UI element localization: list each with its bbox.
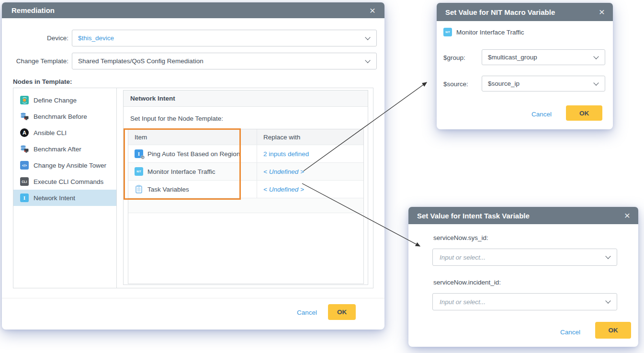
screen: Remediation × Device: $this_device Chang… — [0, 0, 644, 353]
chevron-down-icon — [605, 298, 610, 303]
node-label: Change by Ansible Tower — [34, 162, 106, 169]
nit-node-label: Monitor Interface Traffic — [456, 29, 524, 36]
device-select[interactable]: $this_device — [72, 30, 377, 46]
nit-icon: NIT — [443, 28, 452, 36]
cancel-button[interactable]: Cancel — [560, 329, 580, 336]
nit-node-row: NIT Monitor Interface Traffic — [443, 28, 524, 36]
panel-title: Network Intent — [130, 95, 175, 102]
node-label: Execute CLI Commands — [34, 178, 103, 185]
chevron-down-icon — [365, 34, 370, 40]
node-list: Define Change Benchmark Before — [13, 88, 117, 288]
nodes-in-template-label: Nodes in Template: — [13, 78, 72, 86]
cancel-button[interactable]: Cancel — [297, 309, 317, 316]
source-select[interactable]: $source_ip — [482, 76, 605, 91]
ok-button[interactable]: OK — [328, 304, 356, 320]
intent-task-variable-dialog: Set Value for Intent Task Variable × ser… — [408, 207, 638, 347]
change-template-select[interactable]: Shared Templates/QoS Config Remediation — [72, 53, 377, 69]
incident-id-label: serviceNow.incident_id: — [433, 278, 501, 287]
panel-header: Network Intent — [124, 91, 368, 107]
node-label: Benchmark After — [34, 146, 81, 153]
network-intent-icon: I — [20, 194, 29, 202]
device-value: $this_device — [78, 34, 114, 42]
node-label: Define Change — [34, 97, 77, 104]
sys-id-placeholder: Input or select... — [440, 254, 486, 261]
dialog-title: Set Value for NIT Macro Variable — [445, 8, 555, 16]
footer-separator — [2, 298, 384, 298]
close-icon[interactable]: × — [619, 207, 635, 224]
node-item-benchmark-before[interactable]: Benchmark Before — [13, 108, 116, 125]
item-column-highlight — [124, 128, 241, 200]
dialog-title: Remediation — [11, 6, 55, 14]
incident-id-placeholder: Input or select... — [440, 298, 486, 306]
node-item-ansible-cli[interactable]: A Ansible CLI — [13, 125, 116, 141]
ansible-tower-icon: </> — [20, 161, 29, 170]
change-template-label: Change Template: — [2, 57, 68, 66]
define-change-icon — [20, 96, 29, 104]
remediation-dialog-header: Remediation × — [2, 2, 384, 18]
remediation-dialog: Remediation × Device: $this_device Chang… — [2, 2, 384, 330]
task-dialog-header: Set Value for Intent Task Variable × — [408, 207, 638, 224]
panel-subtitle: Set Input for the Node Template: — [130, 114, 223, 123]
node-item-execute-cli-commands[interactable]: CLI Execute CLI Commands — [13, 173, 116, 190]
group-select[interactable]: $multicast_group — [482, 49, 605, 65]
cli-icon: CLI — [20, 177, 29, 186]
change-template-value: Shared Templates/QoS Config Remediation — [78, 57, 203, 65]
incident-id-select[interactable]: Input or select... — [432, 293, 617, 310]
table-empty-row — [128, 198, 363, 213]
group-value: $multicast_group — [488, 54, 537, 61]
benchmark-icon — [20, 112, 29, 121]
benchmark-icon — [20, 145, 29, 153]
ansible-icon: A — [20, 128, 29, 137]
undefined-link[interactable]: < Undefined > — [263, 186, 304, 193]
inputs-defined-link[interactable]: 2 inputs defined — [263, 150, 309, 158]
sys-id-label: serviceNow.sys_id: — [433, 234, 488, 242]
chevron-down-icon — [365, 57, 370, 63]
node-label: Benchmark Before — [34, 113, 87, 120]
nit-macro-variable-dialog: Set Value for NIT Macro Variable × NIT M… — [437, 3, 613, 129]
ok-button[interactable]: OK — [595, 322, 631, 339]
node-item-benchmark-after[interactable]: Benchmark After — [13, 141, 116, 157]
node-label: Ansible CLI — [34, 129, 67, 137]
close-icon[interactable]: × — [594, 3, 610, 21]
cancel-button[interactable]: Cancel — [531, 111, 552, 118]
sys-id-select[interactable]: Input or select... — [432, 249, 617, 266]
node-item-network-intent[interactable]: I Network Intent — [13, 190, 116, 206]
nit-dialog-header: Set Value for NIT Macro Variable × — [437, 3, 613, 21]
device-label: Device: — [2, 34, 68, 43]
node-item-change-by-ansible-tower[interactable]: </> Change by Ansible Tower — [13, 157, 116, 173]
chevron-down-icon — [605, 253, 610, 259]
dialog-title: Set Value for Intent Task Variable — [417, 212, 530, 220]
close-icon[interactable]: × — [364, 2, 381, 18]
node-label: Network Intent — [34, 194, 75, 202]
column-header-replace-with: Replace with — [257, 129, 363, 145]
source-value: $source_ip — [488, 80, 520, 87]
ok-button[interactable]: OK — [566, 105, 602, 121]
group-label: $group: — [443, 54, 465, 62]
chevron-down-icon — [593, 80, 599, 85]
chevron-down-icon — [593, 54, 599, 59]
source-label: $source: — [443, 80, 468, 89]
node-item-define-change[interactable]: Define Change — [13, 92, 116, 108]
undefined-link[interactable]: < Undefined > — [263, 168, 304, 175]
